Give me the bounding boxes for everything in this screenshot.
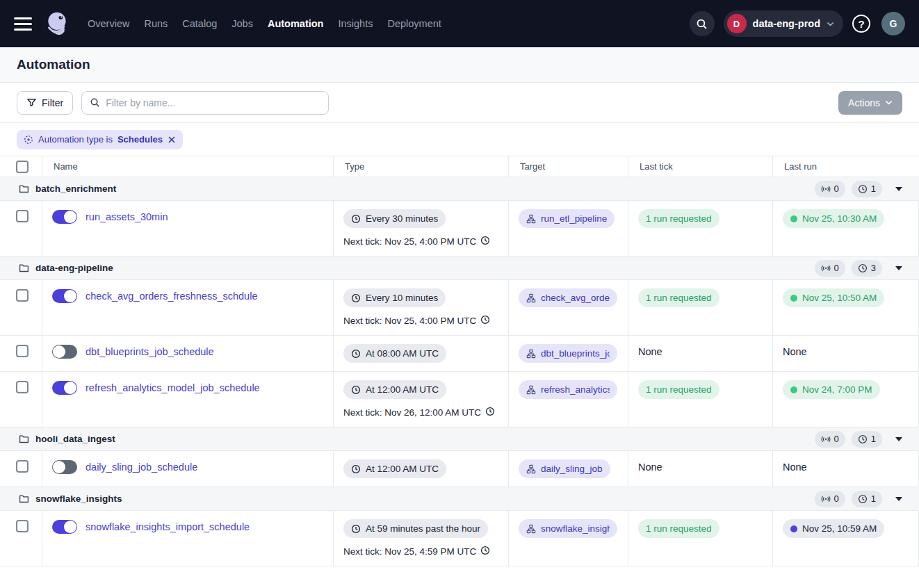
column-header-last-tick: Last tick	[628, 156, 773, 177]
next-tick: Next tick: Nov 25, 4:59 PM UTC	[343, 546, 497, 557]
clock-icon	[351, 349, 361, 359]
job-graph-icon	[526, 524, 536, 534]
row-checkbox[interactable]	[16, 460, 29, 473]
nav-item-runs[interactable]: Runs	[144, 18, 168, 29]
schedule-count-badge[interactable]: 1	[852, 491, 882, 507]
nav-item-jobs[interactable]: Jobs	[231, 18, 253, 29]
last-tick-pill[interactable]: 1 run requested	[638, 519, 719, 538]
group-row: hooli_data_ingest01	[0, 427, 919, 451]
job-graph-icon	[526, 293, 536, 303]
column-header-last-run: Last run	[773, 156, 919, 177]
help-icon[interactable]: ?	[852, 15, 870, 33]
schedule-toggle[interactable]	[52, 460, 77, 474]
job-graph-icon	[526, 214, 536, 224]
last-tick-pill[interactable]: 1 run requested	[638, 380, 719, 399]
nav-item-insights[interactable]: Insights	[338, 18, 373, 29]
next-tick: Next tick: Nov 25, 4:00 PM UTC	[343, 315, 497, 327]
clock-icon	[351, 464, 361, 474]
last-run-pill[interactable]: Nov 25, 10:59 AM	[783, 519, 884, 538]
last-tick-pill[interactable]: 1 run requested	[638, 288, 719, 307]
last-run-none: None	[783, 462, 807, 473]
sensor-count-badge[interactable]: 0	[815, 431, 845, 448]
row-checkbox[interactable]	[16, 345, 29, 357]
automation-name-link[interactable]: check_avg_orders_freshness_schdule	[86, 289, 257, 303]
automation-row: dbt_blueprints_job_scheduleAt 08:00 AM U…	[0, 336, 919, 372]
last-tick-none: None	[638, 346, 662, 357]
filter-icon	[26, 97, 37, 108]
target-pill[interactable]: run_etl_pipeline	[519, 209, 615, 228]
automation-name-link[interactable]: daily_sling_job_schedule	[86, 460, 197, 474]
row-checkbox[interactable]	[16, 289, 29, 302]
automation-table: Name Type Target Last tick Last run batc…	[0, 156, 919, 566]
job-graph-icon	[526, 349, 536, 359]
dagster-logo[interactable]	[43, 9, 72, 38]
row-checkbox[interactable]	[16, 520, 29, 532]
schedule-toggle[interactable]	[52, 381, 77, 395]
target-pill[interactable]: snowflake_insights	[519, 519, 617, 538]
last-run-pill[interactable]: Nov 24, 7:00 PM	[783, 380, 880, 399]
clock-icon	[858, 184, 868, 194]
avatar[interactable]: G	[881, 12, 905, 35]
actions-button-label: Actions	[848, 97, 880, 108]
sensor-count-badge[interactable]: 0	[815, 181, 845, 197]
schedule-toggle[interactable]	[52, 520, 77, 534]
search-icon	[90, 97, 100, 108]
group-row: batch_enrichment01	[0, 177, 919, 201]
filter-button[interactable]: Filter	[17, 91, 73, 115]
close-icon[interactable]	[168, 136, 176, 144]
schedule-count-badge[interactable]: 1	[852, 181, 882, 197]
caret-down-icon[interactable]	[895, 266, 902, 270]
automation-name-link[interactable]: run_assets_30min	[86, 210, 168, 224]
group-name: batch_enrichment	[35, 183, 116, 194]
table-header: Name Type Target Last tick Last run	[0, 156, 919, 177]
row-checkbox[interactable]	[16, 381, 29, 393]
automation-row: snowflake_insights_import_scheduleAt 59 …	[0, 511, 919, 566]
sensor-count-badge[interactable]: 0	[815, 491, 845, 507]
caret-down-icon[interactable]	[895, 187, 902, 191]
automation-name-link[interactable]: snowflake_insights_import_schedule	[86, 520, 250, 534]
nav-item-deployment[interactable]: Deployment	[387, 18, 441, 29]
clock-icon	[485, 407, 495, 418]
caret-down-icon[interactable]	[895, 497, 902, 501]
last-run-pill[interactable]: Nov 25, 10:50 AM	[783, 288, 884, 307]
schedule-count-badge[interactable]: 1	[852, 431, 882, 448]
select-all-checkbox[interactable]	[16, 161, 29, 173]
row-checkbox[interactable]	[16, 210, 29, 222]
last-run-pill[interactable]: Nov 25, 10:30 AM	[783, 209, 884, 228]
job-graph-icon	[526, 385, 536, 395]
schedule-count-badge[interactable]: 3	[852, 260, 882, 277]
automation-name-link[interactable]: refresh_analytics_model_job_schedule	[86, 381, 260, 395]
hamburger-menu-icon[interactable]	[14, 17, 32, 31]
schedule-toggle[interactable]	[52, 289, 77, 303]
deployment-switcher[interactable]: D data-eng-prod	[724, 10, 843, 37]
clock-icon	[858, 494, 868, 504]
caret-down-icon[interactable]	[895, 437, 902, 441]
group-row: snowflake_insights01	[0, 487, 919, 511]
nav-item-overview[interactable]: Overview	[88, 18, 129, 29]
nav-item-automation[interactable]: Automation	[268, 18, 324, 29]
schedule-toggle[interactable]	[52, 210, 77, 224]
automation-type-filter-chip[interactable]: Automation type is Schedules	[17, 130, 183, 149]
next-tick: Next tick: Nov 25, 4:00 PM UTC	[343, 236, 497, 247]
schedule-type-pill: At 12:00 AM UTC	[343, 459, 446, 478]
schedule-toggle[interactable]	[52, 345, 77, 359]
clock-icon	[480, 315, 490, 327]
folder-icon	[19, 434, 29, 444]
actions-button[interactable]: Actions	[838, 91, 902, 115]
target-pill[interactable]: check_avg_orders_	[519, 288, 617, 307]
sensor-icon	[821, 494, 831, 504]
clock-icon	[858, 263, 868, 273]
target-pill[interactable]: daily_sling_job	[519, 459, 610, 478]
clock-icon	[351, 293, 361, 303]
sensor-count-badge[interactable]: 0	[815, 260, 845, 277]
automation-name-link[interactable]: dbt_blueprints_job_schedule	[86, 345, 214, 359]
target-pill[interactable]: dbt_blueprints_job	[519, 344, 617, 363]
last-tick-pill[interactable]: 1 run requested	[638, 209, 719, 228]
name-filter-input[interactable]	[106, 97, 320, 108]
page-title: Automation	[17, 57, 90, 72]
sensor-icon	[821, 184, 831, 194]
target-pill[interactable]: refresh_analytics_r	[519, 380, 617, 399]
clock-icon	[351, 214, 361, 224]
nav-item-catalog[interactable]: Catalog	[182, 18, 217, 29]
search-button[interactable]	[690, 11, 715, 36]
